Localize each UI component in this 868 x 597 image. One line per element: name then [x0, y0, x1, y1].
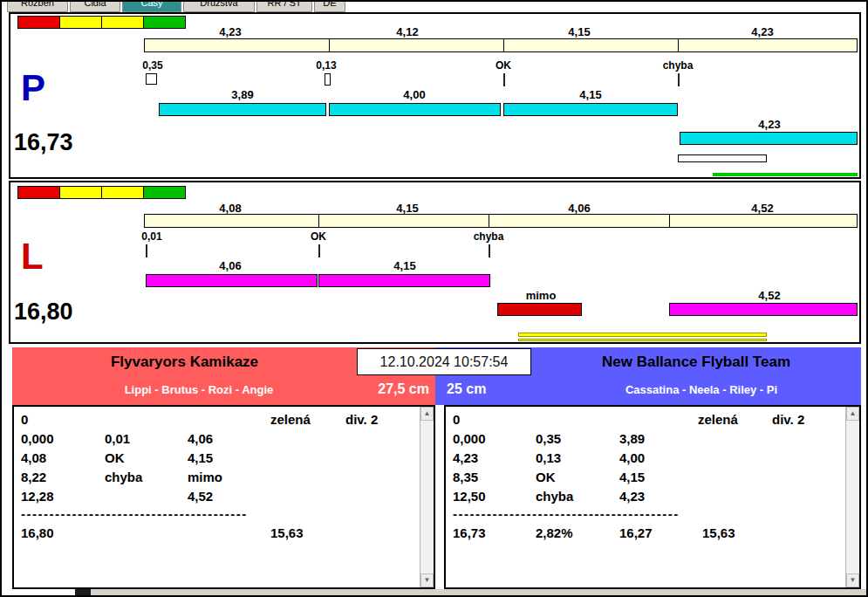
start-lights-l [17, 186, 185, 199]
separator-line: ---------------------------------------- [21, 506, 248, 521]
start-light-yellow1-icon [59, 186, 102, 199]
datetime-display: 12.10.2024 10:57:54 [357, 348, 531, 375]
division-label: div. 2 [772, 412, 804, 427]
segment-time-label: 4,15 [544, 25, 614, 38]
team-total-time: 16,80 [21, 525, 54, 540]
team-left-name: Flyvaryors Kamikaze [12, 353, 357, 371]
lane-letter-p: P [21, 70, 45, 106]
lane-panel-p: 4,23 4,12 4,15 4,23 0,35 0,13 OK chyba P… [9, 12, 861, 179]
dog-time: 3,89 [619, 431, 645, 446]
mini-progress-green [713, 173, 858, 176]
scroll-down-button[interactable]: ▼ [420, 573, 434, 587]
scrollbar-vertical[interactable]: ▲ ▼ [420, 407, 434, 587]
start-light-yellow2-icon [101, 16, 144, 29]
start-status-label: OK [292, 230, 345, 243]
tab-cidla[interactable]: Čidla [70, 2, 120, 12]
fault-bar [497, 303, 582, 316]
team-left-lineup: Lippi - Brutus - Rozi - Angie [19, 383, 379, 396]
dog-time: 4,15 [619, 470, 645, 484]
scroll-down-button[interactable]: ▼ [846, 573, 859, 587]
bottom-strip [2, 589, 866, 595]
team-right-results-table: 0 zelená div. 2 0,000 0,35 3,89 4,23 0,1… [444, 405, 861, 589]
track-divider [489, 214, 489, 228]
start-light-green-icon [143, 186, 186, 199]
segment-track [144, 38, 858, 52]
start-light-yellow2-icon [101, 186, 144, 199]
start-value: 0 [21, 412, 28, 427]
mini-progress-yellow [518, 333, 767, 337]
start-diff: 0,35 [536, 431, 561, 446]
light-status: zelená [698, 412, 738, 427]
run-time-label: 4,15 [556, 88, 625, 101]
start-light-red-icon [17, 186, 60, 199]
scroll-up-icon: ▲ [424, 409, 431, 417]
track-divider [503, 38, 504, 52]
scroll-up-button[interactable]: ▲ [420, 407, 434, 421]
start-diff: chyba [105, 470, 142, 484]
run-time-label: 4,00 [379, 88, 449, 101]
scrollbar-vertical[interactable]: ▲ ▼ [845, 407, 859, 587]
tab-bar: Rozběh Čidla Časy Družstva RR / ST DE [2, 2, 866, 12]
track-divider [318, 214, 319, 228]
run-bar [159, 103, 326, 116]
mini-progress-yellow [518, 339, 767, 341]
dog-time: 4,52 [188, 489, 213, 504]
split-time: 8,22 [21, 470, 46, 484]
datetime-text: 12.10.2024 10:57:54 [380, 354, 509, 369]
application-window: Rozběh Čidla Časy Družstva RR / ST DE 4,… [0, 0, 868, 597]
dog-time: mimo [188, 470, 222, 484]
tab-de[interactable]: DE [314, 2, 345, 12]
division-label: div. 2 [345, 412, 378, 427]
start-marker-tick-icon [489, 244, 490, 257]
start-value: 0 [453, 412, 460, 427]
team-percent-diff: 2,82% [536, 525, 573, 540]
mini-scroll-thumb[interactable] [678, 154, 767, 162]
segment-time-label: 4,12 [372, 25, 442, 38]
track-divider [669, 214, 670, 228]
start-status-label: OK [477, 59, 530, 72]
team-left-jump-height: 27,5 cm [363, 381, 429, 397]
track-divider [678, 38, 679, 52]
split-time: 0,000 [453, 431, 486, 446]
segment-time-label: 4,52 [728, 202, 797, 215]
run-bar [318, 274, 490, 287]
start-light-yellow1-icon [59, 16, 102, 29]
start-marker-tick-icon [503, 73, 505, 86]
run-bar [503, 103, 678, 116]
segment-time-label: 4,08 [195, 202, 265, 215]
fault-label: mimo [506, 289, 576, 302]
scroll-down-icon: ▼ [850, 576, 857, 584]
bottom-strip-button[interactable] [75, 589, 91, 595]
dog-time: 4,23 [619, 489, 645, 504]
lane-letter-l: L [21, 238, 44, 275]
tab-rozbeh[interactable]: Rozběh [7, 2, 68, 12]
tab-druzstva[interactable]: Družstva [183, 2, 255, 12]
separator-line: ---------------------------------------- [453, 506, 680, 521]
split-time: 12,50 [453, 489, 486, 504]
start-status-label: chyba [652, 59, 704, 72]
segment-track [144, 214, 858, 228]
start-marker-tick-icon [678, 73, 680, 86]
split-time: 8,35 [453, 470, 478, 484]
team-net-time: 16,27 [619, 525, 653, 540]
start-diff: OK [105, 450, 125, 465]
tab-casy[interactable]: Časy [122, 2, 181, 12]
lane-panel-l: 4,08 4,15 4,06 4,52 0,01 OK chyba L 4,06… [9, 181, 861, 344]
light-status: zelená [270, 412, 311, 427]
tab-rr-st[interactable]: RR / ST [256, 2, 312, 12]
start-diff: 0,01 [105, 431, 130, 446]
start-lights-p [17, 16, 185, 29]
start-diff: chyba [536, 489, 573, 504]
start-status-label: 0,01 [126, 230, 178, 243]
scroll-down-icon: ▼ [424, 576, 431, 584]
team-left-results-table: 0 zelená div. 2 0,000 0,01 4,06 4,08 OK … [12, 405, 435, 589]
run-bar [680, 132, 858, 145]
team-best-time: 15,63 [702, 525, 735, 540]
scroll-up-button[interactable]: ▲ [846, 407, 859, 421]
run-time-label: 4,23 [735, 118, 804, 131]
lane-total-time: 16,80 [14, 298, 73, 326]
segment-time-label: 4,23 [195, 25, 265, 38]
run-bar [669, 303, 858, 316]
run-time-label: 4,15 [370, 259, 440, 272]
start-diff: 0,13 [536, 450, 561, 465]
